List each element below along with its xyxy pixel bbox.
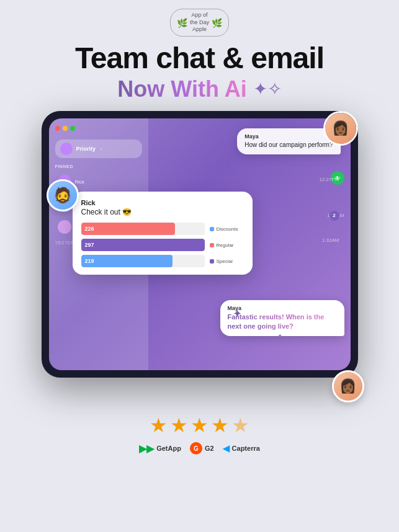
chart-row-3: 219 Special [81,255,244,267]
bar-fill-1: 226 [81,223,175,235]
bar-wrapper-3: 219 [81,255,205,267]
laurel-left-icon: 🌿 [177,18,187,28]
rick-card: Rick Check it out 😎 226 Discounts [73,192,253,275]
headline-section: Team chat & email Now With Ai ✦✧ [0,43,399,102]
laurel-right-icon: 🌿 [212,18,222,28]
chart-container: 226 Discounts 297 Regular [81,223,244,267]
priority-label: Priority [76,146,96,152]
legend-dot-2 [210,243,214,247]
maya-sender-bottom: Maya [228,305,337,311]
legend-dot-3 [210,259,214,264]
dot-green [70,126,75,131]
lili-avatar-sidebar [58,220,71,234]
capterra-badge: ◀ Capterra [223,443,260,453]
maya-face-top: 👩🏾 [325,113,356,144]
legend-text-1: Discounts [217,226,238,232]
legend-dot-1 [210,227,214,231]
num-badge: 2 [330,211,339,221]
rick-card-message: Check it out 😎 [81,208,244,216]
main-headline: Team chat & email [12,43,387,74]
sub-headline: Now With Ai [117,76,246,102]
dot-yellow [63,126,68,131]
maya-avatar-top: 👩🏾 [323,111,358,146]
maya-sender-top: Maya [244,133,333,140]
bar-fill-3: 219 [81,255,173,267]
legend-text-3: Special [217,259,233,264]
priority-avatar [60,143,73,155]
bar-label-3: Special [210,259,244,264]
bar-value-3: 219 [85,258,94,264]
rick-face: 🧔 [48,181,77,210]
star-4: ★ [211,414,229,437]
bar-label-2: Regular [210,242,244,248]
tablet-wrapper: 👩🏾 Priority › PINNED [42,111,358,409]
legend-text-2: Regular [217,242,234,248]
maya-text-bottom: Fantastic results! When is the next one … [228,313,337,332]
capterra-label: Capterra [232,445,260,452]
sparkle-icon: ✦✧ [253,79,282,99]
maya-text-top: How did our campaign perform? [244,141,333,149]
badge-ring: 🌿 App of the Day Apple 🌿 [170,9,229,37]
dot-red [55,126,60,131]
pinned-label: PINNED [55,164,142,169]
g2-label: G2 [205,445,214,452]
star-1: ★ [150,414,168,437]
sparkle-deco-2: ✦ [277,332,282,339]
getapp-label: GetApp [156,445,181,452]
capterra-icon: ◀ [223,443,230,453]
bar-wrapper-2: 297 [81,239,205,251]
g2-icon: G [190,442,202,454]
maya-avatar-bottom: 👩🏾 [332,370,364,402]
priority-chevron-icon: › [101,147,102,151]
rick-card-sender: Rick [81,199,244,206]
rating-area: ★ ★ ★ ★ ★ ▶▶ GetApp G G2 ◀ Capterra [0,414,399,454]
g2-badge: G G2 [190,442,214,454]
sparkle-deco-1: ✦ [233,307,242,321]
getapp-badge: ▶▶ GetApp [139,443,181,454]
getapp-icon: ▶▶ [139,443,154,454]
rick-float-avatar: 🧔 [47,179,79,211]
bar-value-2: 297 [85,242,94,248]
star-3: ★ [191,414,208,437]
chart-row-1: 226 Discounts [81,223,244,235]
star-5: ★ [231,414,249,437]
bar-fill-2: 297 [81,239,205,251]
badge-text: App of the Day Apple [190,12,209,33]
star-2: ★ [170,414,188,437]
priority-item[interactable]: Priority › [55,140,142,158]
bar-label-1: Discounts [210,226,244,232]
maya-face-bottom: 👩🏾 [334,372,362,401]
chart-row-2: 297 Regular [81,239,244,251]
timestamp-3: 1:32AM [322,237,339,243]
bar-value-1: 226 [85,226,94,232]
review-badges: ▶▶ GetApp G G2 ◀ Capterra [139,442,260,454]
rick-name-sidebar: Rick [75,179,85,185]
app-of-day-section: 🌿 App of the Day Apple 🌿 [0,0,399,37]
window-dots [55,126,142,131]
timestamp-1: 12:27PM [319,177,339,182]
bar-wrapper-1: 226 [81,223,205,235]
stars-container: ★ ★ ★ ★ ★ [150,414,249,437]
